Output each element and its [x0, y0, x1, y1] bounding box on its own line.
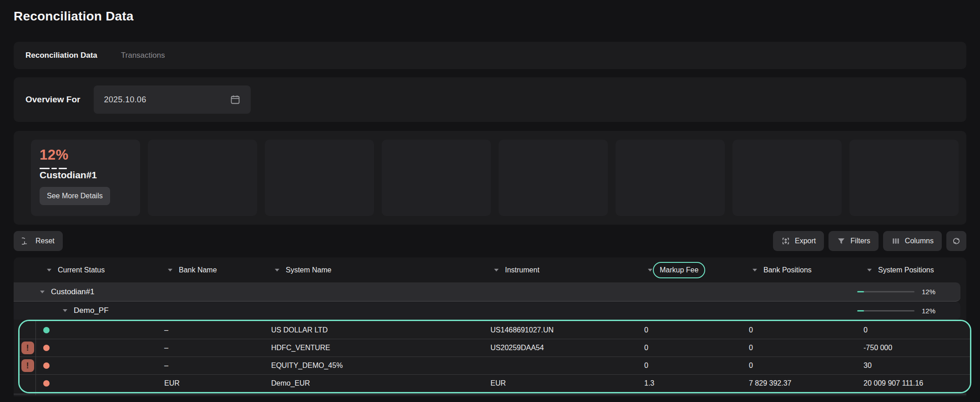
- placeholder-card: [148, 140, 257, 216]
- card-percent-value: 12%: [40, 147, 131, 163]
- custodian-summary-card[interactable]: 12% Custodian#1 See More Details: [31, 140, 140, 216]
- overview-section: Overview For 2025.10.06: [14, 77, 966, 122]
- bank-name-cell: –: [157, 357, 264, 374]
- column-header-bank-name[interactable]: Bank Name: [157, 257, 264, 282]
- group-row-demo-pf[interactable]: Demo_PF 12%: [14, 302, 960, 320]
- group-progress: 12%: [857, 288, 960, 296]
- instrument-cell: US20259DAA54: [483, 339, 637, 357]
- system-positions-cell: 30: [856, 357, 965, 374]
- system-positions-cell: 20 009 907 111.16: [856, 375, 965, 392]
- column-header-current-status[interactable]: Current Status: [36, 257, 157, 282]
- system-positions-cell: -750 000: [856, 339, 965, 357]
- placeholder-card: [616, 140, 725, 216]
- reset-icon: [22, 236, 31, 246]
- columns-label: Columns: [905, 237, 934, 245]
- calendar-icon[interactable]: [230, 94, 241, 105]
- table-row[interactable]: EUR Demo_EUR EUR 1.3 7 829 392.37 20 009…: [20, 374, 970, 392]
- system-name-cell: HDFC_VENTURE: [264, 339, 483, 357]
- highlighted-rows-outline: – US DOLLAR LTD US1468691027.UN 0 0 0 ! …: [18, 320, 971, 393]
- column-header-bank-positions[interactable]: Bank Positions: [742, 257, 856, 282]
- bank-name-cell: EUR: [157, 375, 264, 392]
- row-gutter: [20, 321, 36, 339]
- current-status-cell: [36, 375, 157, 392]
- card-custodian-name: Custodian#1: [40, 170, 131, 181]
- status-dot-ok: [43, 327, 50, 333]
- column-header-system-positions[interactable]: System Positions: [856, 257, 965, 282]
- column-label: Current Status: [58, 266, 105, 274]
- progress-percent-label: 12%: [920, 307, 935, 315]
- filters-button[interactable]: Filters: [828, 231, 879, 251]
- status-dot-alert: [43, 362, 50, 369]
- warning-icon[interactable]: !: [21, 342, 34, 354]
- next-row-sliver: [14, 393, 966, 395]
- date-picker-input[interactable]: 2025.10.06: [94, 85, 251, 114]
- chevron-down-icon[interactable]: [47, 269, 51, 271]
- placeholder-card: [849, 140, 959, 216]
- markup-fee-cell: 0: [637, 357, 742, 374]
- row-gutter: !: [20, 339, 36, 357]
- markup-fee-cell: 0: [637, 321, 742, 339]
- overview-for-label: Overview For: [25, 95, 80, 105]
- column-header-markup-fee[interactable]: Markup Fee: [637, 257, 742, 282]
- markup-fee-cell: 0: [637, 339, 742, 357]
- group-row-custodian[interactable]: Custodian#1 12%: [14, 282, 960, 302]
- export-label: Export: [795, 237, 816, 245]
- warning-icon[interactable]: !: [21, 359, 34, 372]
- system-name-cell: EQUITY_DEMO_45%: [264, 357, 483, 374]
- column-header-system-name[interactable]: System Name: [264, 257, 483, 282]
- chevron-down-icon[interactable]: [168, 269, 172, 271]
- tab-reconciliation-data[interactable]: Reconciliation Data: [25, 51, 97, 60]
- refresh-icon: [952, 236, 961, 246]
- summary-cards-row: 12% Custodian#1 See More Details: [14, 131, 966, 225]
- page-title: Reconciliation Data: [14, 0, 966, 24]
- placeholder-card: [382, 140, 491, 216]
- see-more-details-button[interactable]: See More Details: [40, 187, 110, 205]
- filters-label: Filters: [850, 237, 870, 245]
- chevron-down-icon[interactable]: [867, 269, 872, 271]
- date-value: 2025.10.06: [104, 95, 146, 105]
- table-row[interactable]: – US DOLLAR LTD US1468691027.UN 0 0 0: [20, 321, 970, 339]
- bank-name-cell: –: [157, 339, 264, 357]
- export-icon: [781, 236, 790, 246]
- columns-button[interactable]: Columns: [883, 231, 942, 251]
- chevron-down-icon[interactable]: [753, 269, 757, 271]
- column-label: Bank Positions: [763, 266, 812, 274]
- status-dot-alert: [43, 380, 50, 387]
- collapse-caret-icon[interactable]: [63, 309, 67, 312]
- system-name-cell: Demo_EUR: [264, 375, 483, 392]
- instrument-cell: EUR: [483, 375, 637, 392]
- tab-transactions[interactable]: Transactions: [121, 51, 165, 60]
- refresh-button[interactable]: [946, 231, 966, 251]
- markup-fee-highlight-ring: Markup Fee: [653, 262, 705, 278]
- table-row[interactable]: ! – HDFC_VENTURE US20259DAA54 0 0 -750 0…: [20, 339, 970, 357]
- column-label: Instrument: [505, 266, 540, 274]
- system-positions-cell: 0: [856, 321, 965, 339]
- group-label: Demo_PF: [74, 306, 109, 315]
- bank-positions-cell: 0: [742, 357, 856, 374]
- instrument-cell: [483, 357, 637, 374]
- column-label: System Name: [286, 266, 331, 274]
- markup-fee-cell: 1.3: [637, 375, 742, 392]
- gutter-header: [14, 257, 36, 282]
- collapse-caret-icon[interactable]: [40, 291, 45, 293]
- export-button[interactable]: Export: [773, 231, 824, 251]
- column-label: Bank Name: [179, 266, 217, 274]
- clipped-text-fragment: [40, 165, 131, 169]
- chevron-down-icon[interactable]: [494, 269, 499, 271]
- progress-track: [857, 291, 914, 292]
- reset-button[interactable]: Reset: [14, 231, 63, 251]
- instrument-cell: US1468691027.UN: [483, 321, 637, 339]
- chevron-down-icon[interactable]: [648, 269, 652, 271]
- system-name-cell: US DOLLAR LTD: [264, 321, 483, 339]
- column-header-instrument[interactable]: Instrument: [483, 257, 637, 282]
- filter-funnel-icon: [837, 236, 846, 246]
- bank-positions-cell: 0: [742, 339, 856, 357]
- table-toolbar: Reset Export Filters: [14, 231, 966, 251]
- table-row[interactable]: ! – EQUITY_DEMO_45% 0 0 30: [20, 357, 970, 374]
- chevron-down-icon[interactable]: [275, 269, 279, 271]
- status-dot-alert: [43, 345, 50, 351]
- reconciliation-table: Current Status Bank Name System Name Ins…: [14, 257, 966, 397]
- row-gutter: !: [20, 357, 36, 374]
- placeholder-card: [732, 140, 842, 216]
- placeholder-card: [499, 140, 608, 216]
